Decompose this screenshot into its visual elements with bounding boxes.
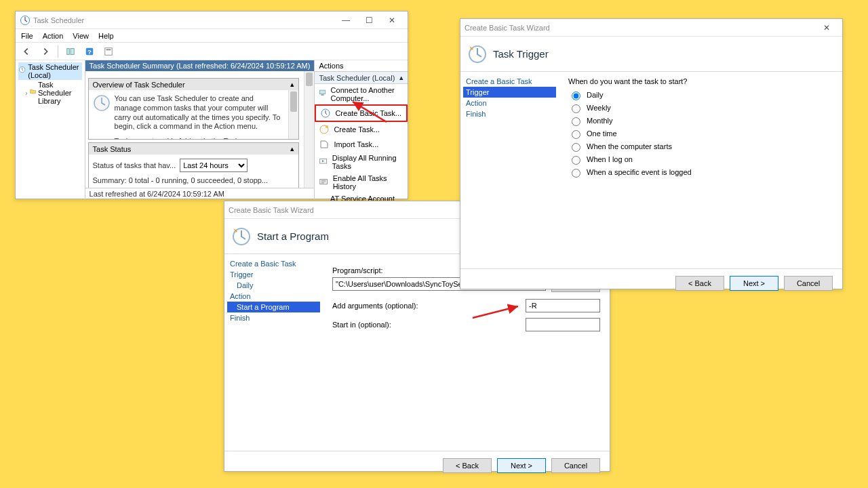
radio-daily[interactable]: Daily — [568, 89, 833, 100]
task-status-range-select[interactable]: Last 24 hours — [180, 159, 248, 172]
wizard-buttons: < Back Next > Cancel — [460, 268, 842, 298]
trigger-prompt: When do you want the task to start? — [568, 77, 833, 85]
action-create-task[interactable]: Create Task... — [315, 122, 408, 137]
step-create[interactable]: Create a Basic Task — [463, 76, 556, 87]
scrollbar[interactable] — [304, 71, 314, 188]
tree-child-label: Task Scheduler Library — [38, 81, 82, 105]
step-action[interactable]: Action — [463, 98, 556, 108]
radio-input[interactable] — [572, 104, 580, 113]
radio-logon[interactable]: When I log on — [568, 154, 833, 165]
startin-input[interactable] — [526, 318, 600, 331]
columns-button[interactable] — [62, 44, 79, 59]
step-action[interactable]: Action — [227, 291, 320, 302]
task-scheduler-window: Task Scheduler — ☐ ✕ File Action View He… — [15, 11, 408, 199]
step-start-program[interactable]: Start a Program — [227, 302, 320, 312]
wizard-title: Create Basic Task Wizard — [465, 24, 550, 32]
action-connect[interactable]: Connect to Another Computer... — [315, 84, 408, 104]
nav-forward-button[interactable] — [37, 44, 54, 59]
radio-label: Monthly — [587, 117, 613, 125]
args-input[interactable] — [526, 299, 600, 312]
action-create-basic-task[interactable]: Create Basic Task... — [315, 104, 408, 122]
overview-text: You can use Task Scheduler to create and… — [115, 94, 283, 131]
maximize-button[interactable]: ☐ — [357, 12, 380, 29]
wizard-body: When do you want the task to start? Dail… — [559, 72, 842, 268]
wizard-icon — [231, 226, 252, 247]
radio-label: One time — [587, 129, 617, 138]
radio-weekly[interactable]: Weekly — [568, 102, 833, 113]
radio-computer-starts[interactable]: When the computer starts — [568, 141, 833, 152]
next-button[interactable]: Next > — [730, 276, 778, 291]
wizard-title: Create Basic Task Wizard — [229, 206, 314, 214]
menu-help[interactable]: Help — [98, 32, 114, 40]
tree-child[interactable]: › Task Scheduler Library — [18, 80, 82, 106]
actions-pane: Actions Task Scheduler (Local) ▴ Connect… — [314, 60, 408, 199]
cancel-button[interactable]: Cancel — [551, 458, 600, 473]
action-label: Create Basic Task... — [335, 109, 401, 117]
tree-root-label: Task Scheduler (Local) — [28, 63, 81, 79]
step-finish[interactable]: Finish — [463, 108, 556, 119]
action-label: Display All Running Tasks — [332, 154, 403, 170]
svg-rect-1 — [67, 48, 70, 54]
radio-monthly[interactable]: Monthly — [568, 115, 833, 126]
step-trigger[interactable]: Trigger — [463, 87, 556, 98]
wizard-icon — [467, 44, 488, 64]
overview-header[interactable]: Overview of Task Scheduler ▴ — [89, 79, 299, 90]
cancel-button[interactable]: Cancel — [784, 276, 833, 291]
action-enable-history[interactable]: Enable All Tasks History — [315, 172, 408, 192]
action-label: Import Task... — [334, 140, 378, 148]
action-import-task[interactable]: Import Task... — [315, 137, 408, 152]
folder-icon — [30, 87, 36, 98]
actions-group-header[interactable]: Task Scheduler (Local) ▴ — [315, 72, 408, 84]
svg-point-13 — [326, 125, 328, 128]
running-icon — [319, 157, 328, 167]
chevron-right-icon: › — [25, 89, 28, 97]
minimize-button[interactable]: — — [334, 12, 357, 29]
overview-title: Overview of Task Scheduler — [93, 81, 185, 89]
radio-input[interactable] — [572, 117, 580, 126]
step-finish[interactable]: Finish — [227, 312, 320, 323]
step-create[interactable]: Create a Basic Task — [227, 258, 320, 269]
radio-input[interactable] — [572, 130, 580, 139]
nav-back-button[interactable] — [18, 44, 35, 59]
menu-action[interactable]: Action — [43, 32, 64, 40]
radio-input[interactable] — [572, 143, 580, 152]
clock-icon — [20, 15, 31, 26]
step-trigger[interactable]: Trigger — [227, 269, 320, 280]
overview-body: You can use Task Scheduler to create and… — [89, 90, 299, 139]
step-daily[interactable]: Daily — [227, 280, 320, 291]
radio-input[interactable] — [572, 156, 580, 165]
close-button[interactable]: ✕ — [380, 12, 403, 29]
radio-label: Weekly — [587, 104, 611, 112]
action-label: Create Task... — [334, 125, 380, 134]
wizard-header: Task Trigger — [460, 37, 842, 72]
computer-icon — [319, 89, 326, 100]
radio-label: When a specific event is logged — [587, 168, 692, 176]
next-button[interactable]: Next > — [497, 458, 546, 473]
radio-input[interactable] — [572, 169, 580, 178]
task-status-title: Task Status — [93, 145, 132, 153]
actions-group-label: Task Scheduler (Local) — [319, 74, 395, 82]
properties-button[interactable] — [100, 44, 117, 59]
help-button[interactable]: ? — [81, 44, 98, 59]
task-status-header[interactable]: Task Status ▴ — [89, 143, 299, 155]
action-display-running[interactable]: Display All Running Tasks — [315, 152, 408, 172]
svg-rect-5 — [105, 47, 113, 55]
radio-onetime[interactable]: One time — [568, 128, 833, 139]
radio-event[interactable]: When a specific event is logged — [568, 167, 833, 178]
svg-rect-2 — [71, 48, 74, 54]
svg-rect-9 — [320, 90, 326, 94]
clock-icon — [93, 94, 111, 112]
wizard-trigger-window: Create Basic Task Wizard ✕ Task Trigger … — [460, 18, 843, 289]
scrollbar[interactable] — [288, 90, 298, 139]
tree-root[interactable]: Task Scheduler (Local) — [18, 62, 82, 80]
radio-label: When I log on — [587, 155, 633, 163]
back-button[interactable]: < Back — [443, 458, 492, 473]
radio-input[interactable] — [572, 92, 580, 100]
menu-view[interactable]: View — [73, 32, 89, 40]
startin-label: Start in (optional): — [332, 321, 526, 329]
back-button[interactable]: < Back — [675, 276, 724, 291]
close-button[interactable]: ✕ — [815, 19, 838, 37]
menu-file[interactable]: File — [21, 32, 33, 40]
task-status-label: Status of tasks that hav... — [93, 161, 176, 169]
last-refresh-label: Last refreshed at 6/24/2024 10:59:12 AM — [85, 188, 315, 199]
